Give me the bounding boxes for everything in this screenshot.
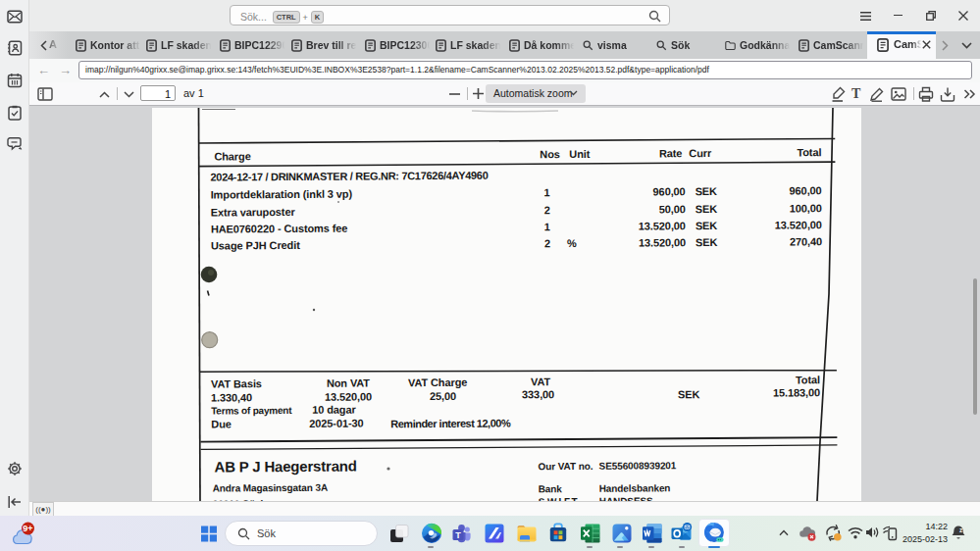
svg-text:T: T [455, 530, 461, 540]
svg-text:9+: 9+ [23, 524, 32, 533]
